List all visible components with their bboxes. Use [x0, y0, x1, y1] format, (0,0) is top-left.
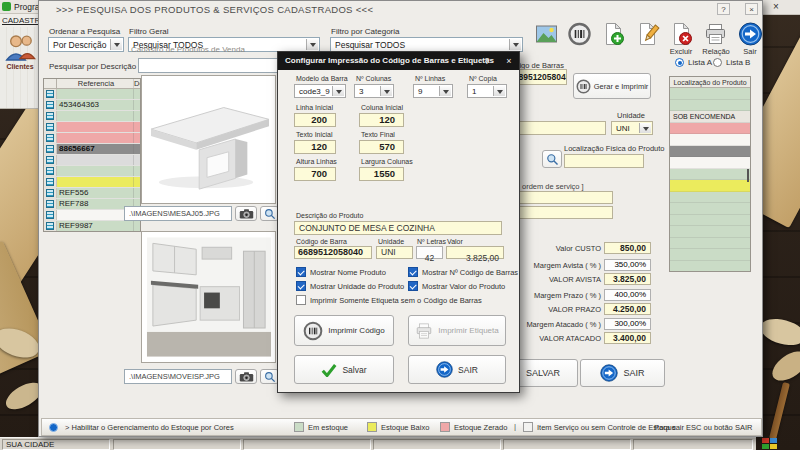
camera-button[interactable]	[235, 206, 257, 221]
checkbox-mostrar-nome[interactable]: Mostrar Nome Produto	[296, 267, 386, 277]
dialog-close-button[interactable]: ×	[502, 54, 516, 68]
localizac-fisica-field[interactable]	[564, 154, 644, 168]
table-row[interactable]	[44, 166, 140, 177]
location-row[interactable]	[670, 226, 750, 238]
chevron-down-icon[interactable]	[380, 86, 392, 96]
clientes-button[interactable]: Clientes	[2, 31, 38, 105]
valor-avista-field[interactable]: 3.825,00	[604, 273, 651, 285]
location-row-selected[interactable]	[670, 146, 750, 158]
imprimir-etiqueta-button[interactable]: Imprimir Etiqueta	[408, 315, 506, 346]
close-button[interactable]: ×	[745, 3, 758, 15]
location-row[interactable]	[670, 100, 750, 112]
margem-atacado-field[interactable]: 300,00%	[604, 318, 651, 330]
chevron-down-icon[interactable]	[332, 86, 344, 96]
descricao-field[interactable]: CONJUNTO DE MESA E COZINHA	[294, 221, 502, 235]
lista-a-radio[interactable]: Lista A	[675, 58, 712, 67]
location-row[interactable]	[670, 192, 750, 204]
num-linhas-combobox[interactable]: 9	[413, 84, 453, 98]
checkbox-mostrar-unidade[interactable]: Mostrar Unidade do Produto	[296, 281, 404, 291]
salvar-dialog-button[interactable]: Salvar	[294, 355, 394, 384]
print-report-button[interactable]	[703, 22, 728, 46]
location-row[interactable]	[670, 88, 750, 100]
barcode-button[interactable]	[567, 22, 592, 46]
checkbox-mostrar-codigo[interactable]: Mostrar Nº Código de Barras	[408, 267, 518, 277]
column-referencia[interactable]: Referencia	[57, 79, 134, 88]
valor-atacado-field[interactable]: 3.400,00	[604, 332, 651, 344]
chevron-down-icon[interactable]	[306, 39, 318, 50]
codigo-barra-field[interactable]: 6689512058040	[294, 246, 372, 259]
chevron-down-icon[interactable]	[439, 86, 451, 96]
location-row[interactable]	[670, 180, 750, 192]
imprimir-codigo-button[interactable]: Imprimir Código	[294, 315, 394, 346]
camera-button[interactable]	[235, 369, 257, 384]
table-row[interactable]: 453464363	[44, 100, 140, 111]
chevron-down-icon[interactable]	[110, 39, 122, 50]
num-colunas-combobox[interactable]: 3	[354, 84, 394, 98]
altura-linhas-field[interactable]: 700	[294, 167, 336, 181]
largura-colunas-field[interactable]: 1550	[359, 167, 404, 181]
coluna-inicial-field[interactable]: 120	[359, 113, 404, 127]
gerar-imprimir-button[interactable]: Gerar e Imprimir	[573, 73, 651, 99]
location-row[interactable]	[670, 238, 750, 250]
chevron-down-icon[interactable]	[509, 39, 521, 50]
unidade-combobox[interactable]: UNI	[611, 121, 653, 135]
table-row[interactable]	[44, 122, 140, 133]
margem-avista-field[interactable]: 350,00%	[604, 259, 651, 271]
table-row[interactable]	[44, 89, 140, 100]
sair-main-button[interactable]: SAIR	[580, 359, 665, 387]
num-copia-combobox[interactable]: 1	[467, 84, 507, 98]
column-descricao[interactable]: Descrição	[134, 79, 140, 88]
table-row[interactable]	[44, 111, 140, 122]
checkbox-mostrar-valor[interactable]: Mostrar Valor do Produto	[408, 281, 505, 291]
valor-dlg-field[interactable]: 3.825,00	[446, 246, 504, 259]
lista-b-radio[interactable]: Lista B	[713, 58, 750, 67]
delete-record-button[interactable]	[669, 22, 694, 46]
menu-cadastro[interactable]: CADASTRO	[2, 16, 38, 25]
num-letras-field[interactable]: 42	[416, 246, 443, 259]
location-row[interactable]	[670, 169, 750, 181]
exit-button[interactable]	[738, 22, 763, 46]
sair-dialog-button[interactable]: SAIR	[408, 355, 506, 384]
ordenar-combobox[interactable]: Por Descrição	[48, 37, 124, 52]
new-record-button[interactable]	[601, 22, 626, 46]
margem-prazo-field[interactable]: 400,00%	[604, 289, 651, 301]
location-row[interactable]	[670, 123, 750, 135]
valor-custo-field[interactable]: 850,00	[604, 242, 651, 254]
location-row[interactable]	[670, 157, 750, 169]
unidade-dlg-field[interactable]: UNI	[376, 246, 413, 259]
table-row[interactable]: REF556	[44, 188, 140, 199]
texto-inicial-field[interactable]: 120	[294, 140, 336, 154]
legend-estoque-zerado: Estoque Zerado	[440, 422, 507, 432]
table-row[interactable]	[44, 133, 140, 144]
location-row[interactable]	[670, 215, 750, 227]
location-row[interactable]: SOB ENCOMENDA	[670, 111, 750, 123]
categoria-combobox[interactable]: Pesquisar TODOS	[330, 37, 523, 52]
chevron-down-icon[interactable]	[493, 86, 505, 96]
table-row[interactable]: REF9987	[44, 221, 140, 232]
table-row-selected[interactable]: 88656667	[44, 144, 140, 155]
dialog-help-button[interactable]: ?	[480, 54, 494, 68]
table-row[interactable]	[44, 155, 140, 166]
image2-path-field[interactable]: .\IMAGENS\MOVEISP.JPG	[124, 369, 232, 384]
chevron-down-icon[interactable]	[639, 123, 651, 133]
dialog-titlebar[interactable]: Configurar Impressão do Código de Barras…	[278, 52, 519, 70]
help-button[interactable]: ?	[717, 3, 730, 15]
photo-button[interactable]	[534, 22, 559, 46]
location-row[interactable]	[670, 203, 750, 215]
locations-scroll-indicator[interactable]	[747, 169, 749, 182]
buscar-localizacao-button[interactable]	[542, 150, 562, 168]
table-row[interactable]	[44, 177, 140, 188]
bg-window-close-button[interactable]: ×	[773, 1, 779, 12]
location-row[interactable]	[670, 261, 750, 273]
modelo-barra-combobox[interactable]: code3_9	[294, 84, 346, 98]
location-row[interactable]	[670, 134, 750, 146]
texto-final-field[interactable]: 570	[359, 140, 404, 154]
edit-record-button[interactable]	[635, 22, 660, 46]
image1-path-field[interactable]: .\IMAGENS\MESAJ05.JPG	[124, 206, 232, 221]
location-row[interactable]	[670, 249, 750, 261]
bg-window-menubar-left[interactable]: CADASTRO	[0, 14, 38, 27]
valor-prazo-field[interactable]: 4.250,00	[604, 303, 651, 315]
tray-icon[interactable]	[762, 438, 778, 449]
linha-inicial-field[interactable]: 200	[294, 113, 336, 127]
checkbox-somente-etiqueta[interactable]: Imprimir Somente Etiqueta sem o Código d…	[296, 295, 482, 305]
